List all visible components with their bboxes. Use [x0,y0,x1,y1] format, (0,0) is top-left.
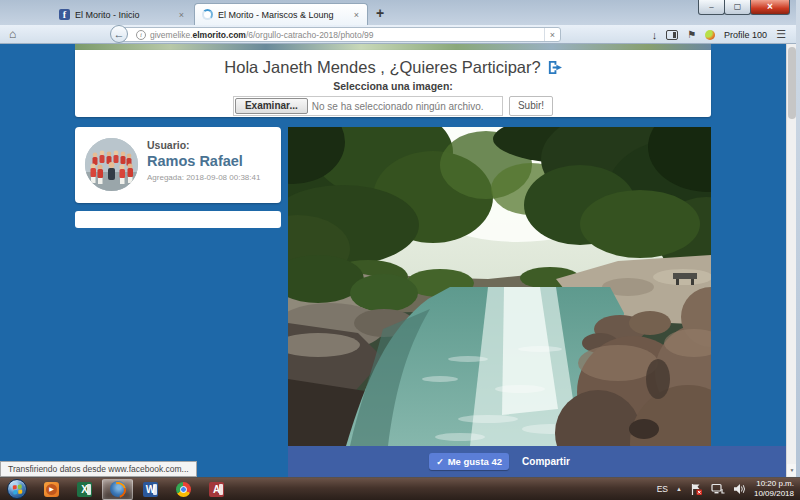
url-domain: elmorito.com [193,30,246,40]
speaker-icon[interactable] [733,483,746,495]
page-title: Hola Janeth Mendes , ¿Quieres Participar… [224,58,540,77]
taskbar-media-player[interactable]: ▶ [36,479,67,500]
site-info-icon[interactable]: i [136,30,146,40]
user-label: Usuario: [147,139,260,151]
bookmark-flag-icon[interactable]: ⚑ [687,29,696,40]
avatar[interactable] [85,138,138,191]
close-tab-icon[interactable]: × [178,10,185,20]
tab-title: El Morito - Inicio [75,10,173,20]
vertical-scrollbar[interactable]: ▼ [786,44,796,477]
like-button[interactable]: ✓ Me gusta 42 [429,453,509,470]
file-input[interactable]: Examinar... No se ha seleccionado ningún… [233,96,503,116]
url-path: /6/orgullo-catracho-2018/photo/99 [246,30,374,40]
added-timestamp: Agregada: 2018-09-08 00:38:41 [147,173,260,182]
navigation-bar: ⌂ ← i givemelike.elmorito.com/6/orgullo-… [0,25,800,44]
new-tab-button[interactable]: + [376,5,384,21]
media-player-icon: ▶ [44,482,59,497]
share-button[interactable]: Compartir [522,456,570,467]
taskbar: ▶ X W A ES ▲ [0,477,800,500]
clear-url-icon[interactable]: × [544,28,560,41]
taskbar-chrome[interactable] [168,479,199,500]
screen: f El Morito - Inicio × El Morito - Maris… [0,0,800,500]
menu-icon[interactable]: ☰ [776,28,786,41]
taskbar-word[interactable]: W [135,479,166,500]
taskbar-firefox[interactable] [102,479,133,500]
start-button[interactable] [7,479,27,499]
sidebar-icon[interactable] [666,30,678,40]
like-button-label: Me gusta 42 [448,456,502,467]
language-indicator[interactable]: ES [657,484,668,494]
window-edge [796,0,800,477]
browse-button[interactable]: Examinar... [235,98,308,114]
access-icon: A [209,482,224,497]
river-photo-image [288,127,711,446]
home-icon[interactable]: ⌂ [9,27,16,41]
maximize-button[interactable]: ▢ [724,0,751,15]
taskbar-excel[interactable]: X [69,479,100,500]
tab-el-morito-inicio[interactable]: f El Morito - Inicio × [52,4,192,25]
check-icon: ✓ [436,457,444,467]
page-viewport: Hola Janeth Mendes , ¿Quieres Participar… [0,44,786,477]
logout-icon[interactable] [547,60,562,75]
upload-button[interactable]: Subir! [509,96,553,116]
windows-logo-icon [13,485,23,495]
clock-date: 10/09/2018 [754,489,794,499]
word-icon: W [143,482,158,497]
action-center-flag-icon[interactable] [690,483,703,496]
tab-title: El Morito - Mariscos & Loung [218,10,348,20]
taskbar-access[interactable]: A [201,479,232,500]
social-bar: ✓ Me gusta 42 Compartir [288,446,786,477]
excel-icon: X [77,482,92,497]
empty-card [75,211,281,228]
network-icon[interactable] [711,483,725,495]
select-image-label: Selecciona una imagen: [75,80,711,92]
back-button[interactable]: ← [110,25,128,43]
browser-window: f El Morito - Inicio × El Morito - Maris… [0,0,800,477]
downloads-icon[interactable]: ↓ [652,29,658,41]
file-status-text: No se ha seleccionado ningún archivo. [312,101,484,112]
team-photo-avatar [85,138,138,191]
participation-header-card: Hola Janeth Mendes , ¿Quieres Participar… [75,50,711,117]
loading-spinner-icon [202,9,213,20]
url-prefix: givemelike. [150,30,193,40]
chrome-icon [176,482,191,497]
minimize-button[interactable]: – [698,0,725,15]
close-window-button[interactable]: × [750,0,790,15]
close-tab-icon[interactable]: × [353,10,360,20]
tab-el-morito-mariscos[interactable]: El Morito - Mariscos & Loung × [194,3,368,25]
facebook-icon: f [59,9,70,20]
tab-bar: f El Morito - Inicio × El Morito - Maris… [0,0,800,25]
window-controls: – ▢ × [699,0,790,15]
status-bar: Transfiriendo datos desde www.facebook.c… [0,461,197,477]
tray-expand-icon[interactable]: ▲ [676,486,682,492]
system-tray: ES ▲ 10:20 p.m. 10/09/2018 [657,479,800,499]
address-bar[interactable]: i givemelike.elmorito.com/6/orgullo-catr… [119,27,561,42]
clock-time: 10:20 p.m. [754,479,794,489]
taskbar-clock[interactable]: 10:20 p.m. 10/09/2018 [754,479,794,499]
firefox-icon [110,481,126,497]
user-card: Usuario: Ramos Rafael Agregada: 2018-09-… [75,127,281,203]
user-name[interactable]: Ramos Rafael [147,153,260,169]
scrollbar-thumb[interactable] [788,47,796,119]
river-photo[interactable] [288,127,711,446]
toolbar-right: ↓ ⚑ Profile 100 ☰ [652,25,786,44]
extension-icon[interactable] [705,30,715,40]
play-icon: ▶ [46,484,57,495]
profile-label[interactable]: Profile 100 [724,30,767,40]
